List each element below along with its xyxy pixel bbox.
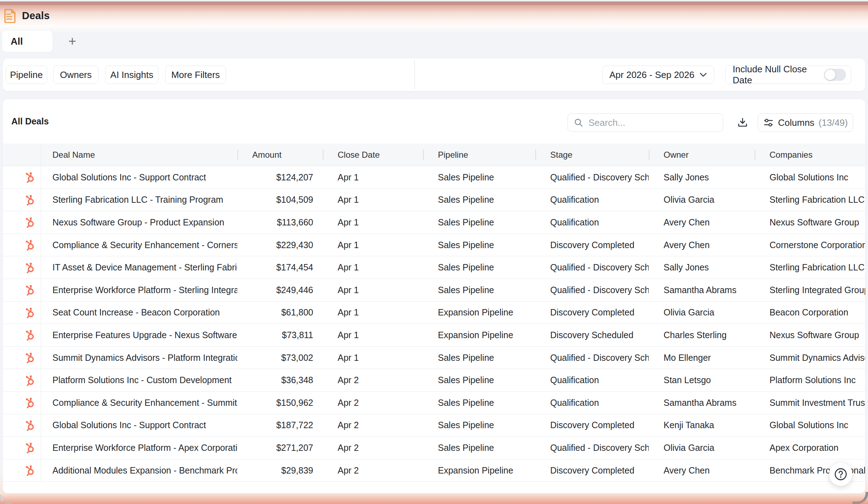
table-row[interactable]: Compliance & Security Enhancement - Summ… bbox=[3, 392, 865, 414]
header-owner[interactable]: Owner bbox=[649, 144, 755, 166]
cell-company: Nexus Software Group bbox=[755, 211, 865, 234]
filter-more-filters[interactable]: More Filters bbox=[165, 66, 226, 84]
cell-close-date: Apr 1 bbox=[323, 347, 423, 369]
filter-bar: Pipeline Owners AI Insights More Filters… bbox=[3, 58, 865, 91]
header-companies[interactable]: Companies bbox=[755, 144, 865, 166]
cell-deal-name[interactable]: Compliance & Security Enhancement - Corn… bbox=[41, 234, 237, 256]
cell-deal-name[interactable]: Compliance & Security Enhancement - Summ… bbox=[41, 392, 237, 414]
cell-owner: Sally Jones bbox=[649, 256, 755, 279]
search-input[interactable] bbox=[588, 117, 709, 128]
cell-deal-name[interactable]: Enterprise Workforce Platform - Sterling… bbox=[41, 279, 237, 301]
filter-pipeline[interactable]: Pipeline bbox=[6, 66, 47, 84]
include-null-close-date-control: Include Null Close Date bbox=[725, 66, 851, 84]
hubspot-sprocket-icon bbox=[23, 396, 36, 409]
cell-close-date: Apr 1 bbox=[323, 234, 423, 256]
cell-company: Sterling Integrated Group bbox=[755, 279, 865, 301]
table-row[interactable]: Enterprise Workforce Platform - Sterling… bbox=[3, 279, 865, 302]
view-title: All Deals bbox=[11, 99, 49, 144]
cell-deal-name[interactable]: Additional Modules Expansion - Benchmark… bbox=[41, 459, 237, 482]
header-amount[interactable]: Amount bbox=[237, 144, 323, 166]
table-row[interactable]: Enterprise Workforce Platform - Apex Cor… bbox=[3, 437, 865, 459]
row-icon-cell bbox=[3, 211, 41, 234]
cell-deal-name[interactable]: Enterprise Workforce Platform - Apex Cor… bbox=[41, 437, 237, 459]
cell-pipeline: Sales Pipeline bbox=[423, 369, 535, 391]
add-view-button[interactable]: + bbox=[63, 30, 81, 52]
cell-stage: Discovery Completed bbox=[535, 414, 649, 437]
hubspot-sprocket-icon bbox=[23, 374, 36, 387]
cell-pipeline: Expansion Pipeline bbox=[423, 302, 535, 324]
table-row[interactable]: Enterprise Features Upgrade - Nexus Soft… bbox=[3, 324, 865, 347]
row-icon-cell bbox=[3, 279, 41, 301]
table-row[interactable]: Platform Solutions Inc - Custom Developm… bbox=[3, 369, 865, 392]
cell-deal-name[interactable]: Seat Count Increase - Beacon Corporation bbox=[41, 302, 237, 324]
row-icon-cell bbox=[3, 369, 41, 391]
cell-company: Summit Investment Trust bbox=[755, 392, 865, 414]
search-box bbox=[568, 113, 723, 132]
cell-owner: Kenji Tanaka bbox=[649, 414, 755, 437]
cell-company: Apex Corporation bbox=[755, 437, 865, 459]
row-icon-cell bbox=[3, 459, 41, 482]
cell-pipeline: Sales Pipeline bbox=[423, 347, 535, 369]
cell-stage: Qualification bbox=[535, 211, 649, 234]
table-row[interactable]: Summit Dynamics Advisors - Platform Inte… bbox=[3, 347, 865, 369]
columns-label: Columns bbox=[778, 117, 815, 128]
include-null-close-date-toggle[interactable] bbox=[824, 69, 846, 81]
date-range-label: Apr 2026 - Sep 2026 bbox=[609, 69, 694, 80]
cell-deal-name[interactable]: Enterprise Features Upgrade - Nexus Soft… bbox=[41, 324, 237, 346]
cell-stage: Discovery Completed bbox=[535, 459, 649, 482]
export-button[interactable] bbox=[735, 116, 750, 130]
cell-owner: Stan Letsgo bbox=[649, 369, 755, 391]
header-deal-name[interactable]: Deal Name bbox=[41, 144, 237, 166]
cell-deal-name[interactable]: Summit Dynamics Advisors - Platform Inte… bbox=[41, 347, 237, 369]
cell-deal-name[interactable]: Global Solutions Inc - Support Contract bbox=[41, 166, 237, 189]
cell-amount: $36,348 bbox=[237, 369, 323, 391]
date-range-dropdown[interactable]: Apr 2026 - Sep 2026 bbox=[602, 66, 714, 84]
tab-all[interactable]: All bbox=[2, 31, 52, 52]
table-row[interactable]: Global Solutions Inc - Support Contract … bbox=[3, 414, 865, 437]
deals-panel: All Deals Columns (13/49) Deal bbox=[3, 99, 865, 493]
cell-company: Sterling Fabrication LLC bbox=[755, 189, 865, 211]
table-row[interactable]: Compliance & Security Enhancement - Corn… bbox=[3, 234, 865, 257]
hubspot-sprocket-icon bbox=[23, 261, 36, 274]
cell-deal-name[interactable]: Nexus Software Group - Product Expansion bbox=[41, 211, 237, 234]
view-tabs: All + bbox=[0, 30, 868, 52]
table-row[interactable]: IT Asset & Device Management - Sterling … bbox=[3, 256, 865, 279]
cell-close-date: Apr 1 bbox=[323, 256, 423, 279]
cell-owner: Olivia Garcia bbox=[649, 437, 755, 459]
table-row[interactable]: Nexus Software Group - Product Expansion… bbox=[3, 211, 865, 234]
row-icon-cell bbox=[3, 234, 41, 256]
filter-owners[interactable]: Owners bbox=[53, 66, 98, 84]
help-button[interactable] bbox=[829, 463, 852, 486]
table-row[interactable]: Global Solutions Inc - Support Contract … bbox=[3, 166, 865, 189]
table-row[interactable]: Sterling Fabrication LLC - Training Prog… bbox=[3, 189, 865, 212]
cell-amount: $150,962 bbox=[237, 392, 323, 414]
header-icon-column bbox=[3, 144, 41, 166]
cell-pipeline: Sales Pipeline bbox=[423, 279, 535, 301]
columns-button[interactable]: Columns (13/49) bbox=[758, 113, 853, 132]
hubspot-sprocket-icon bbox=[23, 284, 36, 296]
row-icon-cell bbox=[3, 324, 41, 346]
filter-ai-insights[interactable]: AI Insights bbox=[105, 66, 158, 84]
header-stage[interactable]: Stage bbox=[535, 144, 649, 166]
cell-deal-name[interactable]: Global Solutions Inc - Support Contract bbox=[41, 414, 237, 437]
header-pipeline[interactable]: Pipeline bbox=[423, 144, 535, 166]
cell-deal-name[interactable]: Platform Solutions Inc - Custom Developm… bbox=[41, 369, 237, 391]
cell-close-date: Apr 2 bbox=[323, 437, 423, 459]
cell-pipeline: Sales Pipeline bbox=[423, 166, 535, 189]
cell-owner: Sally Jones bbox=[649, 166, 755, 189]
download-icon bbox=[737, 117, 749, 129]
cell-stage: Qualification bbox=[535, 392, 649, 414]
cell-pipeline: Sales Pipeline bbox=[423, 234, 535, 256]
cell-deal-name[interactable]: Sterling Fabrication LLC - Training Prog… bbox=[41, 189, 237, 211]
cell-amount: $29,839 bbox=[237, 459, 323, 482]
hubspot-sprocket-icon bbox=[23, 441, 36, 454]
cell-amount: $73,002 bbox=[237, 347, 323, 369]
cell-owner: Samantha Abrams bbox=[649, 279, 755, 301]
table-row[interactable]: Seat Count Increase - Beacon Corporation… bbox=[3, 302, 865, 324]
cell-stage: Qualified - Discovery Scheduled bbox=[535, 166, 649, 189]
table-row[interactable]: Additional Modules Expansion - Benchmark… bbox=[3, 459, 865, 482]
cell-close-date: Apr 2 bbox=[323, 369, 423, 391]
cell-deal-name[interactable]: IT Asset & Device Management - Sterling … bbox=[41, 256, 237, 279]
header-close-date[interactable]: Close Date bbox=[323, 144, 423, 166]
hubspot-sprocket-icon bbox=[23, 464, 36, 477]
